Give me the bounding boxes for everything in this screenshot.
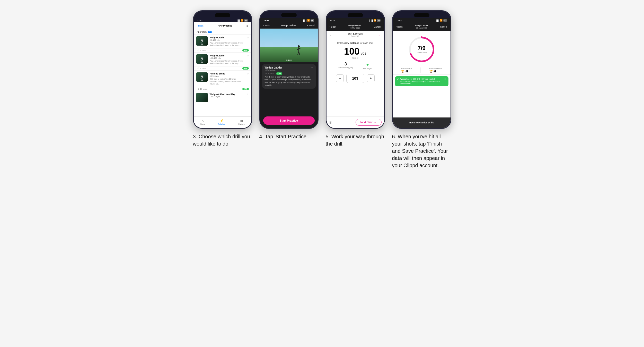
tab-capture[interactable]: ⊕ Capture <box>238 119 245 125</box>
back-btn-5[interactable]: ‹ Back <box>330 26 336 28</box>
star-icon-4[interactable]: ☆ <box>247 93 249 96</box>
activities-icon: ⚡ <box>219 119 224 123</box>
cancel-btn-4[interactable]: Cancel <box>307 24 314 27</box>
dynamic-island-4 <box>281 13 297 17</box>
svg-line-10 <box>201 61 202 63</box>
chevron-left-3: ‹ <box>197 24 198 27</box>
decrement-btn[interactable]: − <box>336 74 344 82</box>
nav-title-line2-5: 06 Mar 2023 <box>348 27 362 29</box>
back-btn-3[interactable]: ‹ Back <box>197 24 204 27</box>
status-bar-5: 13:03 ▐▐▐ 📶 46 <box>327 18 384 22</box>
clock-icon-3: ⏱ <box>197 88 199 90</box>
close-icon-toast[interactable]: ✕ <box>444 78 446 80</box>
trash-icon-5[interactable]: 🗑 <box>329 121 332 124</box>
wifi-icon-5: 📶 <box>374 19 376 22</box>
hero-golfer-icon <box>295 45 302 57</box>
star-icon-2[interactable]: ☆ <box>247 54 249 57</box>
trophy-icon-prev: 🏆 <box>401 70 404 73</box>
difference-val: 3 <box>338 62 353 66</box>
dynamic-island-6 <box>414 13 429 17</box>
drill-shots-2: ⏱ 9 shots <box>197 67 206 70</box>
carry-label-5: Enter carry distance for each shot <box>327 39 384 45</box>
svg-line-4 <box>201 43 202 45</box>
carry-input[interactable]: 103 <box>346 74 364 83</box>
shot-score-5: Score 5/9 <box>348 35 363 37</box>
app-badge-2: APP <box>242 67 249 70</box>
drill-item-2[interactable]: Wedge Ladder 100–140 yds Play 1 shot at … <box>194 53 251 66</box>
menu-icon-3[interactable]: ≡ <box>246 24 248 27</box>
svg-line-11 <box>202 61 203 63</box>
detail-shots-text-4: 9 shots <box>268 72 275 75</box>
next-shot-arrow[interactable]: → <box>377 33 381 37</box>
phone3: 13:02 ▐▐▐ 📶 46 ‹ Back APP Practice ≡ <box>193 10 252 129</box>
detail-card-yards-4: 100–140 yds <box>265 69 283 71</box>
nav-bar-5: ‹ Back Wedge Ladder 06 Mar 2023 Cancel <box>327 22 384 31</box>
back-btn-6[interactable]: ‹ Back <box>396 26 403 28</box>
drill-info-3: Pitching String 55-100 yds Hit 1 shot at… <box>210 72 245 85</box>
prev-pb-number: -/9 <box>405 70 408 73</box>
screen-3: ‹ Back APP Practice ≡ Approach 7 <box>194 22 251 128</box>
svg-line-5 <box>202 43 203 45</box>
next-shot-btn[interactable]: Next Shot → <box>356 119 382 126</box>
phone5-column: 13:03 ▐▐▐ 📶 46 ‹ Back Wedge Ladder 06 Ma… <box>326 10 385 147</box>
phone4: 13:02 ▐▐▐ 📶 46 ‹ Back Wedge Ladder Cance… <box>259 10 319 129</box>
drill-shots-1: ⏱ 9 shots <box>197 49 206 52</box>
tab-activities[interactable]: ⚡ Activities <box>218 119 225 125</box>
drill-title-3: Pitching String <box>210 72 245 75</box>
cancel-btn-5[interactable]: Cancel <box>374 26 381 28</box>
prev-shot-arrow[interactable]: ← <box>330 33 333 37</box>
detail-card-title-4: Wedge Ladder <box>265 66 283 69</box>
phone4-column: 13:02 ▐▐▐ 📶 46 ‹ Back Wedge Ladder Cance… <box>259 10 319 140</box>
prev-pb: Previous PB 🏆 -/9 <box>401 67 412 73</box>
time-5: 13:03 <box>330 19 335 22</box>
drill-footer-2: ⏱ 9 shots APP <box>194 66 251 71</box>
trophy-icon-month: 🏆 <box>429 70 433 73</box>
drill-thumb-2 <box>196 54 208 64</box>
caption-5: 5. Work your way through the drill. <box>326 133 385 147</box>
pb-divider <box>420 67 421 73</box>
nav-center-5: Wedge Ladder 06 Mar 2023 <box>348 24 362 29</box>
drill-img-1 <box>196 36 208 46</box>
detail-card-header-4: Wedge Ladder 100–140 yds ☆ <box>265 66 313 71</box>
cancel-btn-6[interactable]: Cancel <box>440 26 447 28</box>
back-btn-4[interactable]: ‹ Back <box>263 24 270 27</box>
start-practice-btn[interactable]: Start Practice <box>263 116 315 125</box>
increment-btn[interactable]: + <box>367 74 375 82</box>
tab-home[interactable]: ⌂ Home <box>200 119 205 125</box>
clock-icon-detail: ⏱ <box>265 72 267 75</box>
difference-label: Difference (yds) <box>338 66 353 69</box>
drill-yards-1: 50–100 yds <box>210 39 245 41</box>
score-label: Total Score <box>416 51 427 54</box>
back-to-drills-btn[interactable]: Back to Practice Drills <box>393 117 451 128</box>
chevron-left-6: ‹ <box>396 26 397 28</box>
golfer-icon-1 <box>200 39 204 45</box>
dot-3 <box>290 60 292 61</box>
drill-item-4[interactable]: Wedge & Short Iron Play 100-140 yds ☆ <box>194 91 251 104</box>
status-icons-6: ▐▐▐ 📶 46 <box>435 19 447 22</box>
status-bar-3: 13:02 ▐▐▐ 📶 46 <box>194 18 251 22</box>
stat-difference: 3 Difference (yds) <box>338 62 353 70</box>
status-icons-3: ▐▐▐ 📶 46 <box>236 19 248 22</box>
time-4: 13:02 <box>264 19 269 22</box>
svg-line-17 <box>202 79 203 81</box>
caption-4: 4. Tap 'Start Practice'. <box>259 133 309 140</box>
battery-3: 46 <box>244 19 248 22</box>
drill-info-1: Wedge Ladder 50–100 yds Play 1 shot at e… <box>210 36 245 46</box>
wifi-icon-6: 📶 <box>440 19 443 22</box>
app-badge-1: APP <box>242 49 249 52</box>
star-icon-1[interactable]: ☆ <box>247 36 249 39</box>
hero-dots <box>286 60 292 61</box>
drill-info-2: Wedge Ladder 100–140 yds Play 1 shot at … <box>210 54 245 64</box>
star-icon-detail[interactable]: ☆ <box>311 66 313 69</box>
clock-icon-1: ⏱ <box>197 49 199 52</box>
drill-item-3[interactable]: Pitching String 55-100 yds Hit 1 shot at… <box>194 71 251 87</box>
score-total: 9 <box>422 45 426 51</box>
nav-center-6: Wedge Ladder 06 Mar 2023 <box>415 24 428 29</box>
drill-item-1[interactable]: Wedge Ladder 50–100 yds Play 1 shot at e… <box>194 35 251 48</box>
stat-hit-target: ● Hit Target <box>363 62 372 70</box>
check-icon-toast: ✓ <box>397 78 399 81</box>
chevron-left-5: ‹ <box>330 26 330 28</box>
star-icon-3[interactable]: ☆ <box>247 72 249 75</box>
section-label-3: Approach <box>197 31 207 33</box>
target-display-5: 100 yds Target <box>327 45 384 60</box>
